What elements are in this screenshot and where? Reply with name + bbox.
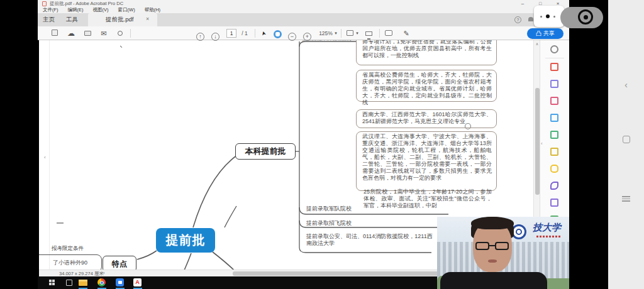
menu-help[interactable]: 帮助(H) <box>145 7 160 13</box>
webcam-overlay: 技大学 <box>437 217 569 289</box>
toolbar-separator <box>341 29 341 38</box>
mindmap-text-b5: 25所院校，1高中毕业生，2年龄17-20之间，参加体检、政审、面试。关注"军校… <box>364 188 492 209</box>
android-recents-icon[interactable] <box>608 195 644 203</box>
cloud-upload-icon[interactable]: ☁ <box>67 26 75 40</box>
menu-window[interactable]: 窗口(W) <box>118 7 135 13</box>
meeting-app-icon[interactable] <box>116 278 124 286</box>
page-number-input[interactable]: 1 <box>226 29 236 38</box>
organize-pages-icon[interactable] <box>550 131 558 139</box>
mindmap-label-pilot: 提前录取招飞院校 <box>306 219 352 227</box>
zoom-caret-icon[interactable]: ▾ <box>333 26 338 40</box>
previous-page-button[interactable]: ↑ <box>196 29 204 38</box>
tab-strip: 主页 工具 提前批.pdf × ? <box>38 13 569 26</box>
edit-pdf-icon[interactable] <box>550 80 558 88</box>
panel-collapse-arrow[interactable]: ‹ <box>541 141 543 146</box>
pencil-icon[interactable]: ✎ <box>401 26 411 40</box>
letterbox-black <box>569 0 608 289</box>
mindmap-note-2: 了小语种外90 <box>53 259 87 267</box>
comment-tool-icon[interactable] <box>550 165 558 173</box>
main-toolbar: ☁ ✉ ↑ ↓ 1 / 1 ➤ − + 125% ▾ <box>38 26 569 40</box>
toolbar-separator <box>379 29 380 38</box>
mindmap-note-1: 报考限定条件 <box>52 245 84 253</box>
banner-subtext <box>536 236 562 237</box>
fill-sign-icon[interactable] <box>550 182 558 190</box>
presentation-mode-icon[interactable] <box>364 26 374 40</box>
mindmap-text-b4: 武汉理工、大连海事大学、宁波大学、上海海事、重庆交通、浙江海洋、大连海洋、烟台大… <box>362 133 492 182</box>
create-pdf-icon[interactable] <box>550 63 558 71</box>
share-glyph: 凸 <box>536 30 541 36</box>
help-icon[interactable]: ? <box>514 16 521 23</box>
person-glasses-right <box>495 242 509 250</box>
android-back-icon[interactable]: ‹ <box>608 79 644 90</box>
bell-icon[interactable] <box>528 17 533 21</box>
next-page-button[interactable]: ↓ <box>211 29 219 38</box>
mindmap-text-b1: 师专项计划，1免学费住宿费，就业落实编制，公费回户籍所在地，优师去原贫困县初高中… <box>362 40 492 59</box>
tab-close-icon[interactable]: × <box>146 16 149 22</box>
person-glasses-left <box>475 242 489 250</box>
tab-tools[interactable]: 工具 <box>66 16 78 24</box>
android-home-icon[interactable] <box>608 134 644 146</box>
tab-document[interactable]: 提前批.pdf × <box>88 13 157 26</box>
person-glasses-bridge <box>489 245 495 246</box>
window-minimize-button[interactable]: – <box>518 0 527 7</box>
fit-caret-icon[interactable]: ▾ <box>355 26 360 40</box>
person-hair-top <box>471 217 514 229</box>
zoom-in-button[interactable]: + <box>303 29 311 38</box>
person-mouth <box>488 259 497 263</box>
combine-files-icon[interactable] <box>550 97 558 105</box>
person-body <box>440 272 547 289</box>
android-nav-bar: ‹ <box>608 0 644 289</box>
record-button-dot <box>584 15 588 19</box>
save-icon[interactable] <box>50 26 59 40</box>
banner-university-name: 技大学 <box>533 222 561 234</box>
tab-home[interactable]: 主页 <box>43 16 55 24</box>
mindmap-label-police: 提前录取公安、司法、0114消防救援院校，1211西南政法大学 <box>306 233 437 247</box>
horizontal-scrollbar-thumb[interactable] <box>233 271 447 276</box>
stamp-tool-icon[interactable] <box>550 199 558 207</box>
menu-edit[interactable]: 编辑(E) <box>68 7 84 13</box>
mindmap-node-benke[interactable]: 本科提前批 <box>235 143 296 160</box>
fit-width-icon[interactable] <box>345 26 355 40</box>
pdf-file-icon <box>42 1 47 6</box>
toolbar-separator <box>130 29 131 38</box>
search-tools-icon[interactable] <box>550 45 558 53</box>
email-icon[interactable]: ✉ <box>99 26 108 40</box>
search-icon[interactable] <box>116 26 125 40</box>
menu-view[interactable]: 视图(V) <box>93 7 109 13</box>
acrobat-icon[interactable]: A <box>133 278 142 286</box>
zoom-out-button[interactable]: − <box>288 29 296 38</box>
hand-tool-icon[interactable] <box>274 29 282 43</box>
panel-divider <box>545 58 564 58</box>
file-explorer-icon[interactable] <box>79 280 87 286</box>
tab-document-label: 提前批.pdf <box>106 16 133 24</box>
title-bar: 提前批.pdf - Adobe Acrobat Pro DC – □ × <box>38 0 569 7</box>
page-count-label: / 1 <box>239 26 250 40</box>
floating-menu-handle[interactable] <box>534 6 564 27</box>
screen: 提前录取本科师范院校 师专项计划，1免学费住宿费，就业落实编制，公费回户籍所在地… <box>0 0 644 289</box>
mindmap-text-b3: 西南大学、江西师范大学、1601哈尔滨师范大学、2541新疆师范大学，马克思主义… <box>362 111 492 125</box>
print-icon[interactable] <box>83 26 92 40</box>
mindmap-label-partial: 提前录取本科师范院校 <box>302 40 352 43</box>
window-title: 提前批.pdf - Adobe Acrobat Pro DC <box>50 0 123 7</box>
comment-icon[interactable] <box>384 26 394 40</box>
mindmap-root-node[interactable]: 提前批 <box>156 228 215 253</box>
chrome-icon[interactable] <box>97 278 106 286</box>
zoom-level-select[interactable]: 125% <box>317 26 335 40</box>
scroll-up-arrow[interactable]: ∧ <box>535 41 540 46</box>
compress-pdf-icon[interactable] <box>550 148 558 156</box>
menu-bar: 文件(F) 编辑(E) 视图(V) 窗口(W) 帮助(H) <box>38 7 569 13</box>
share-label: 共享 <box>543 30 555 36</box>
menu-file[interactable]: 文件(F) <box>43 7 58 13</box>
export-pdf-icon[interactable] <box>550 114 558 122</box>
select-tool-icon[interactable]: ➤ <box>256 27 272 39</box>
screen-record-pill[interactable] <box>560 7 603 28</box>
scroll-left-arrow[interactable]: ‹ <box>103 270 105 276</box>
mindmap-node-tedian[interactable]: 特点 <box>103 256 136 270</box>
mindmap-label-army: 提前录取军队院校 <box>306 205 352 213</box>
share-button[interactable]: 凸 共享 <box>527 28 564 39</box>
mindmap-text-b2: 省属高校公费师范生，哈师大，齐大，牡师院，大庆师范，黑河学院，绥化学院，面向全省… <box>362 72 492 106</box>
vertical-scrollbar-thumb[interactable] <box>535 88 540 195</box>
task-view-icon[interactable] <box>66 280 72 286</box>
windows-start-icon[interactable] <box>49 280 55 285</box>
